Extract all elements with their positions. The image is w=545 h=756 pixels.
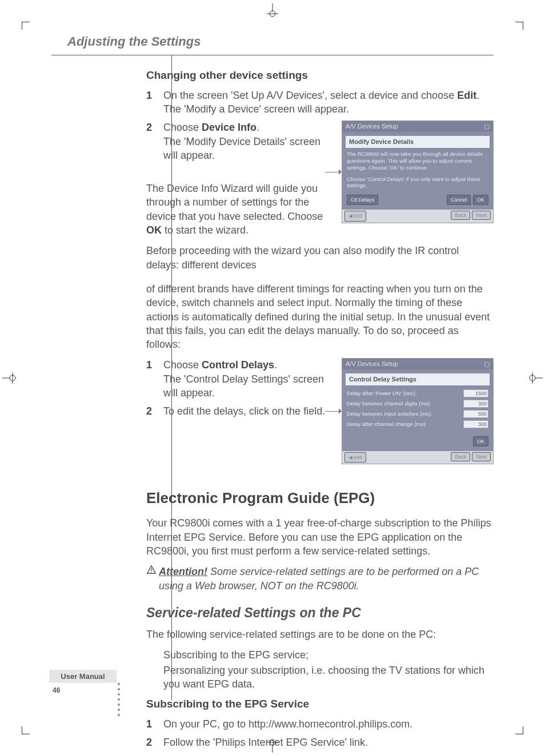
body-text: On the screen 'Set Up A/V Devices', sele… [163,90,457,101]
field-input [463,400,488,408]
field-label: Delay between channel digits (ms): [347,400,431,408]
list-item: 2 Follow the 'Philips Internet EPG Servi… [146,735,494,749]
attention-text: Some service-related settings are to be … [159,566,479,591]
screenshot-header: Control Delay Settings [346,373,490,385]
body-text: The 'Control Delay Settings' screen will… [163,373,324,399]
step-number: 2 [146,404,163,418]
vertical-rule [171,55,172,700]
screenshot-button: Next [472,211,491,220]
corner-mark [22,22,30,30]
body-text: Register and choose a username and passw… [163,754,494,756]
field-input [463,389,488,397]
body-text: . [257,122,259,133]
screenshot-button: Next [472,452,491,461]
step-number: 3 [146,754,163,756]
body-text: . [274,359,277,371]
body-text: . [476,90,479,101]
page-heading: Electronic Program Guide (EPG) [146,488,494,508]
screenshot-button: Cancel [447,195,471,205]
clock-icon: ▢ [484,360,490,368]
body-text: Choose [163,359,202,371]
body-text: The 'Modify Device Details' screen will … [163,136,320,161]
screenshot-header: Modify Device Details [346,136,490,148]
screenshot-body: The RC9800i will now take you through al… [346,150,490,175]
paragraph: Before proceeding with the wizard you ca… [146,244,494,272]
svg-point-14 [151,572,152,573]
list-item: 2 Choose Device Info. The 'Modify Device… [146,120,334,162]
list-item: 1 Choose Control Delays. The 'Control De… [146,358,334,400]
screenshot-button: ◀ exit [344,211,366,221]
corner-mark [22,726,30,734]
horizontal-rule [51,55,494,55]
bold-text: Edit [457,90,476,101]
body-text: The 'Modify a Device' screen will appear… [163,103,349,115]
subsection-heading: Service-related Settings on the PC [146,604,494,622]
decorative-dots [118,683,120,716]
body-text: The Device Info Wizard will guide you th… [146,183,323,222]
screenshot-button: ◀ exit [344,452,366,463]
list-item: 1 On your PC, go to http://www.homecontr… [146,717,494,731]
bullet-item: Subscribing to the EPG service; [163,648,494,662]
field-input [463,410,488,418]
screenshot-body: Choose 'Control Delays' if you only want… [346,175,490,193]
step-number: 2 [146,735,163,749]
user-manual-label: User Manual [49,670,117,683]
embedded-screenshot: A/V Devices Setup▢ Modify Device Details… [342,120,494,223]
field-label: Delay after 'Power ON' (sec): [347,390,416,397]
page-number: 46 [49,686,117,694]
paragraph: Your RC9800i comes with a 1 year free-of… [146,516,494,558]
body-text: On your PC, go to http://www.homecontrol… [163,717,494,731]
body-text: To edit the delays, click on the field. [163,404,334,418]
list-item: 2 To edit the delays, click on the field… [146,404,334,418]
step-number: 2 [146,120,163,162]
list-item: 3 Register and choose a username and pas… [146,754,494,756]
crop-mark-left [2,371,16,385]
list-item: 1 On the screen 'Set Up A/V Devices', se… [146,89,494,116]
screenshot-button: OK [473,195,488,205]
screenshot-button: Ctl.Delays [347,195,378,205]
screenshot-titlebar: A/V Devices Setup [346,122,398,131]
body-text: Follow the 'Philips Internet EPG Service… [163,735,494,749]
paragraph: The following service-related settings a… [146,628,494,641]
body-text: to start the wizard. [162,224,249,236]
step-number: 1 [146,358,163,400]
crop-mark-top [266,3,279,17]
screenshot-button: Back [451,211,470,220]
bold-text: Device Info [202,122,257,133]
paragraph: of different brands have different timin… [146,282,494,351]
screenshot-titlebar: A/V Devices Setup [346,360,398,368]
crop-mark-bottom [266,739,279,753]
embedded-screenshot: A/V Devices Setup▢ Control Delay Setting… [342,358,494,464]
step-number: 1 [146,717,163,731]
attention-label: Attention! [159,566,207,577]
field-label: Delay between input switches (ms): [347,411,432,418]
section-heading: Changing other device settings [146,68,494,83]
field-input [463,420,488,428]
corner-mark [515,726,523,734]
section-heading: Subscribing to the EPG Service [146,697,494,711]
screenshot-button: OK [473,436,488,447]
bullet-item: Personalizing your subscription, i.e. ch… [163,663,494,691]
crop-mark-right [529,371,543,385]
screenshot-button: Back [451,452,470,461]
bold-text: OK [146,224,162,236]
bold-text: Control Delays [202,359,274,371]
warning-icon [146,565,159,593]
step-number: 1 [146,89,163,116]
field-label: Delay after channel change (ms): [347,421,427,428]
attention-note: Attention! Some service-related settings… [146,565,494,593]
body-text: Choose [163,122,202,133]
clock-icon: ▢ [484,122,490,131]
corner-mark [515,22,523,30]
running-head: Adjusting the Settings [67,34,494,49]
